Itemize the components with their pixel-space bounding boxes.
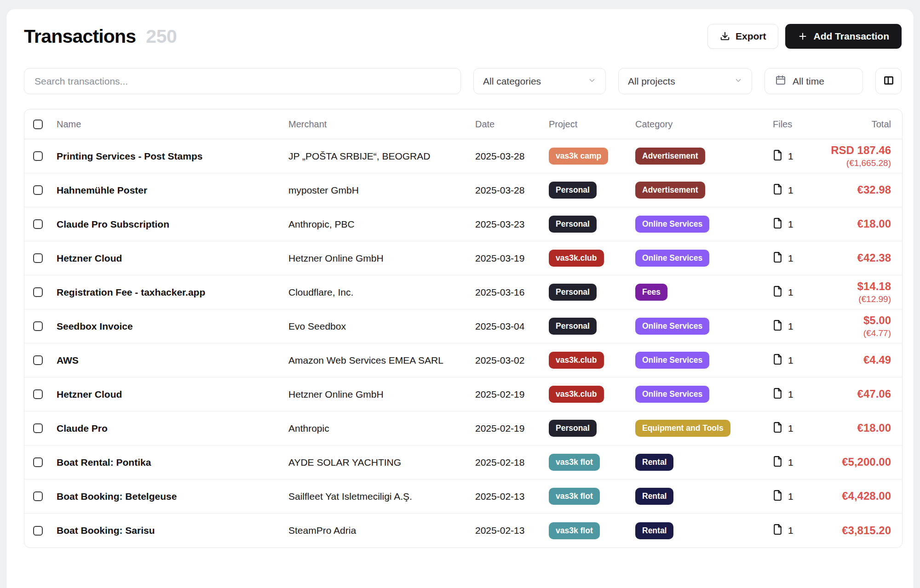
file-count: 1 <box>788 219 794 230</box>
file-icon <box>773 251 782 265</box>
transaction-name: Boat Booking: Sarisu <box>57 525 288 536</box>
transaction-total: €4,428.00 <box>829 490 891 503</box>
table-row[interactable]: Boat Booking: Sarisu SteamPro Adria 2025… <box>24 514 902 548</box>
header-cell-merchant[interactable]: Merchant <box>288 119 475 130</box>
chevron-down-icon <box>734 76 742 87</box>
table-row[interactable]: Hetzner Cloud Hetzner Online GmbH 2025-0… <box>24 377 902 411</box>
project-badge: Personal <box>549 318 597 335</box>
header-cell-project[interactable]: Project <box>549 119 635 130</box>
add-transaction-button[interactable]: Add Transaction <box>785 24 902 49</box>
row-checkbox[interactable] <box>33 219 43 229</box>
projects-select-value: All projects <box>628 76 675 87</box>
table-row[interactable]: Printing Services - Post Stamps JP „POŠT… <box>24 139 902 173</box>
transaction-name: Boat Rental: Pontika <box>57 457 288 468</box>
select-all-checkbox[interactable] <box>33 120 43 129</box>
table-row[interactable]: Claude Pro Subscription Anthropic, PBC 2… <box>24 207 902 241</box>
transaction-date: 2025-03-28 <box>475 151 549 162</box>
file-count: 1 <box>788 321 794 332</box>
project-badge: vas3k flot <box>549 488 600 505</box>
total-main: €18.00 <box>829 422 891 435</box>
transaction-name: Boat Booking: Betelgeuse <box>57 491 288 502</box>
transaction-merchant: Amazon Web Services EMEA SARL <box>288 355 475 366</box>
row-checkbox[interactable] <box>33 151 43 161</box>
header-cell-total[interactable]: Total <box>829 119 891 130</box>
file-icon <box>773 354 782 367</box>
transaction-merchant: Sailfleet Yat Isletmeciligi A.Ş. <box>288 491 475 502</box>
export-button[interactable]: Export <box>707 24 779 49</box>
transaction-date: 2025-03-28 <box>475 185 549 196</box>
table-row[interactable]: Boat Rental: Pontika AYDE SOLAR YACHTING… <box>24 445 902 480</box>
total-sub: (€4.77) <box>829 328 891 339</box>
total-main: €47.06 <box>829 388 891 401</box>
columns-toggle-button[interactable] <box>875 68 902 94</box>
file-icon <box>773 149 782 163</box>
file-count: 1 <box>788 389 794 400</box>
file-icon <box>773 388 782 401</box>
file-icon <box>773 490 782 503</box>
row-checkbox[interactable] <box>33 321 43 331</box>
table-row[interactable]: AWS Amazon Web Services EMEA SARL 2025-0… <box>24 343 902 377</box>
transaction-date: 2025-02-19 <box>475 423 549 434</box>
row-checkbox[interactable] <box>33 287 43 297</box>
table-row[interactable]: Seedbox Invoice Evo Seedbox 2025-03-04 P… <box>24 309 902 343</box>
category-badge: Equipment and Tools <box>635 420 730 437</box>
transaction-name: Hetzner Cloud <box>57 253 288 264</box>
file-count: 1 <box>788 355 794 366</box>
file-count: 1 <box>788 525 794 536</box>
project-badge: Personal <box>549 182 597 199</box>
table-row[interactable]: Registration Fee - taxhacker.app Cloudfl… <box>24 275 902 309</box>
category-badge: Advertisement <box>635 148 705 165</box>
file-count: 1 <box>788 185 794 196</box>
category-badge: Rental <box>635 522 673 539</box>
transaction-name: Registration Fee - taxhacker.app <box>57 287 288 298</box>
total-main: €3,815.20 <box>829 524 891 537</box>
row-checkbox[interactable] <box>33 253 43 263</box>
row-checkbox[interactable] <box>33 423 43 433</box>
total-sub: (€12.99) <box>829 294 891 305</box>
header-cell-category[interactable]: Category <box>635 119 773 130</box>
transaction-total: €18.00 <box>829 217 891 231</box>
total-main: €4.49 <box>829 354 891 367</box>
transaction-name: Claude Pro Subscription <box>57 219 288 230</box>
transaction-total: $14.18 (€12.99) <box>829 280 891 305</box>
transaction-merchant: Anthropic, PBC <box>288 219 475 230</box>
transaction-name: Hahnemühle Poster <box>57 185 288 196</box>
row-checkbox[interactable] <box>33 185 43 195</box>
transaction-date: 2025-03-19 <box>475 253 549 264</box>
transaction-merchant: AYDE SOLAR YACHTING <box>288 457 475 468</box>
transaction-merchant: myposter GmbH <box>288 185 475 196</box>
file-count: 1 <box>788 253 794 264</box>
row-checkbox[interactable] <box>33 457 43 467</box>
table-row[interactable]: Hahnemühle Poster myposter GmbH 2025-03-… <box>24 173 902 207</box>
file-icon <box>773 524 782 537</box>
project-badge: vas3k.club <box>549 250 604 267</box>
date-range-button[interactable]: All time <box>765 68 863 94</box>
header-cell-name[interactable]: Name <box>57 119 288 130</box>
transactions-card: Transactions 250 Export <box>6 9 914 588</box>
categories-select[interactable]: All categories <box>473 68 606 94</box>
category-badge: Online Services <box>635 318 709 335</box>
header-cell-date[interactable]: Date <box>475 119 549 130</box>
table-row[interactable]: Claude Pro Anthropic 2025-02-19 Personal… <box>24 411 902 445</box>
categories-select-value: All categories <box>483 76 541 87</box>
row-checkbox[interactable] <box>33 491 43 501</box>
row-checkbox[interactable] <box>33 355 43 365</box>
transactions-table: Name Merchant Date Project Category File… <box>24 109 903 548</box>
projects-select[interactable]: All projects <box>618 68 752 94</box>
table-row[interactable]: Boat Booking: Betelgeuse Sailfleet Yat I… <box>24 480 902 514</box>
row-checkbox[interactable] <box>33 526 43 536</box>
table-row[interactable]: Hetzner Cloud Hetzner Online GmbH 2025-0… <box>24 241 902 275</box>
total-main: €4,428.00 <box>829 490 891 503</box>
transaction-total: RSD 187.46 (€1,665.28) <box>829 144 891 169</box>
columns-icon <box>883 74 895 88</box>
category-badge: Fees <box>635 284 667 301</box>
search-input[interactable] <box>24 68 461 94</box>
transaction-date: 2025-02-19 <box>475 389 549 400</box>
transaction-date: 2025-02-18 <box>475 457 549 468</box>
category-badge: Online Services <box>635 216 709 233</box>
transaction-merchant: SteamPro Adria <box>288 525 475 536</box>
transaction-merchant: Cloudflare, Inc. <box>288 287 475 298</box>
header-cell-files[interactable]: Files <box>773 119 829 130</box>
header-actions: Export Add Transaction <box>707 24 902 49</box>
row-checkbox[interactable] <box>33 389 43 399</box>
